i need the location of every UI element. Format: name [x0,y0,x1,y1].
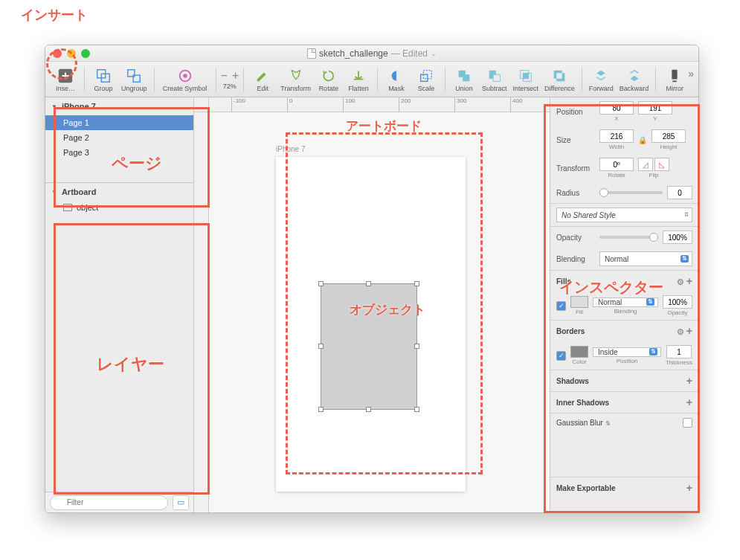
svg-rect-8 [396,71,402,80]
zoom-in-icon[interactable]: + [232,69,239,83]
filter-input[interactable] [50,495,168,510]
mirror-button[interactable]: Mirror [660,63,689,96]
artboard-header[interactable]: ▼ Artboard [45,183,193,201]
chevron-updown-icon: ⇅ [683,212,689,218]
gear-icon[interactable]: ⚙ [677,327,684,336]
border-thickness-field[interactable] [666,345,692,358]
group-button[interactable]: Group [89,63,118,96]
forward-icon [592,67,610,85]
fill-opacity-field[interactable] [663,295,692,309]
forward-button[interactable]: Forward [587,63,616,96]
resize-handle[interactable] [318,281,324,286]
resize-handle[interactable] [366,281,371,286]
border-color-swatch[interactable] [570,346,588,358]
opacity-field[interactable] [663,231,692,244]
inspector: Position X Y Size Width 🔒 Height Transfo… [550,97,698,512]
y-field[interactable] [638,101,672,115]
opacity-slider[interactable] [599,236,658,239]
selected-object[interactable] [321,283,417,410]
group-icon [94,67,112,85]
union-button[interactable]: Union [450,63,478,96]
filename: sketch_challenge [319,48,388,59]
plus-icon [57,67,74,85]
radius-slider[interactable] [599,191,663,194]
position-label: Position [556,108,595,116]
width-field[interactable] [599,129,634,143]
ungroup-icon [125,67,143,85]
insert-button[interactable]: Inse… [51,63,80,96]
mask-button[interactable]: Mask [382,63,411,96]
toolbar-separator [582,68,582,91]
add-shadow-button[interactable]: + [686,375,692,387]
scale-button[interactable]: Scale [412,63,440,96]
difference-button[interactable]: Difference [542,63,577,96]
zoom-value: 72% [223,83,237,90]
lock-icon[interactable]: 🔒 [638,136,647,144]
layer-item[interactable]: object [45,201,193,214]
ungroup-button[interactable]: Ungroup [119,63,149,96]
transform-icon [287,67,305,85]
resize-handle[interactable] [318,344,324,349]
close-window[interactable] [53,49,62,58]
maximize-window[interactable] [81,49,90,58]
blur-enabled-checkbox[interactable] [683,418,692,428]
filter-options-button[interactable]: ▭ [173,495,189,510]
fill-blending-dropdown[interactable]: Normal⇅ [593,297,658,307]
height-field[interactable] [651,129,686,143]
make-exportable-header[interactable]: Make Exportable+ [550,477,698,498]
ruler-vertical [194,112,209,512]
fills-header[interactable]: Fills ⚙ + [550,271,698,292]
rotate-button[interactable]: Rotate [315,63,343,96]
shared-style-dropdown[interactable]: No Shared Style ⇅ [556,207,692,222]
disclosure-icon: ▼ [51,189,57,196]
fill-enabled-checkbox[interactable]: ✓ [556,301,566,311]
page-item[interactable]: Page 2 [45,130,193,145]
zoom-out-icon[interactable]: − [221,69,228,83]
x-field[interactable] [599,101,634,115]
radius-field[interactable] [667,186,692,199]
transform-button[interactable]: Transform [278,63,313,96]
backward-button[interactable]: Backward [617,63,651,96]
zoom-control[interactable]: −+ 72% [221,69,239,90]
minimize-window[interactable] [67,49,76,58]
artboard-label[interactable]: iPhone 7 [276,145,305,153]
window-title[interactable]: sketch_challenge — Edited ⌄ [307,48,437,59]
svg-rect-15 [672,69,678,79]
toolbar-overflow-icon[interactable]: » [688,68,694,80]
resize-handle[interactable] [318,407,324,412]
page-item[interactable]: Page 1 [45,115,193,130]
rotate-field[interactable] [599,158,634,171]
shadows-header[interactable]: Shadows+ [550,370,698,391]
resize-handle[interactable] [366,407,371,412]
border-enabled-checkbox[interactable]: ✓ [556,351,566,361]
edited-label: — Edited [391,48,428,59]
resize-handle[interactable] [414,407,419,412]
resize-handle[interactable] [414,281,419,286]
inner-shadows-header[interactable]: Inner Shadows+ [550,392,698,413]
add-export-button[interactable]: + [686,482,692,494]
border-position-dropdown[interactable]: Inside⇅ [593,347,661,357]
mirror-icon [666,67,683,85]
gaussian-blur-header[interactable]: Gaussian Blur ⇅ [550,413,698,432]
resize-handle[interactable] [414,344,419,349]
blending-dropdown[interactable]: Normal ⇅ [599,251,692,266]
add-border-button[interactable]: + [686,325,692,337]
fill-color-swatch[interactable] [570,296,588,308]
add-fill-button[interactable]: + [686,275,692,287]
symbol-icon [176,67,194,85]
doc-header[interactable]: ▼ iPhone 7 [45,97,193,115]
flatten-button[interactable]: Flatten [344,63,373,96]
artboard[interactable]: iPhone 7 [276,157,466,492]
gear-icon[interactable]: ⚙ [677,277,684,286]
borders-header[interactable]: Borders ⚙ + [550,321,698,341]
canvas[interactable]: -100 0 100 200 300 400 iPhone 7 [194,97,550,512]
flip-horizontal-button[interactable]: ◿ [638,158,653,171]
intersect-button[interactable]: Intersect [510,63,541,96]
flip-vertical-button[interactable]: ◺ [654,158,669,171]
add-inner-shadow-button[interactable]: + [686,396,692,408]
subtract-button[interactable]: Subtract [480,63,509,96]
create-symbol-button[interactable]: Create Symbol [159,63,211,96]
toolbar-separator [377,68,378,91]
page-item[interactable]: Page 3 [45,145,193,160]
edit-button[interactable]: Edit [248,63,277,96]
